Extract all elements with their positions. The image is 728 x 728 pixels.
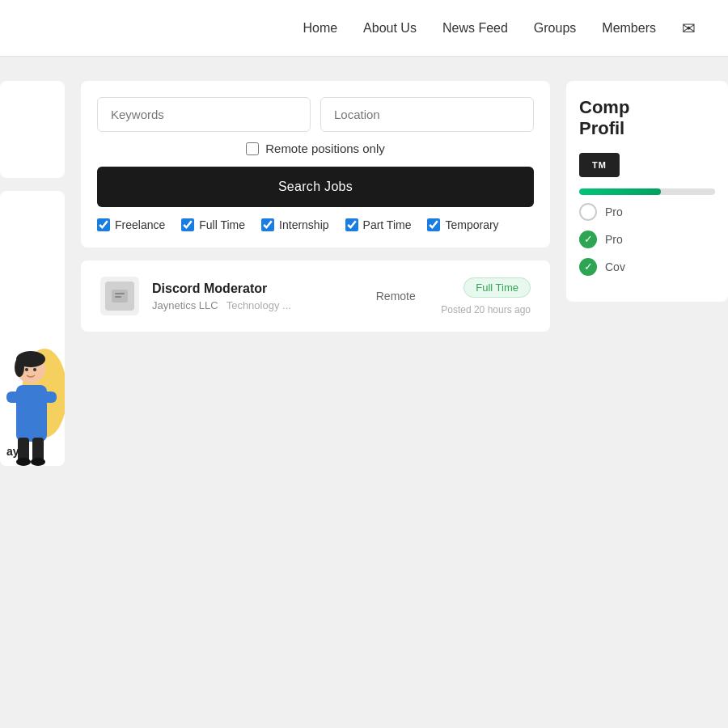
job-title: Discord Moderator <box>152 281 350 296</box>
search-jobs-button[interactable]: Search Jobs <box>97 167 534 207</box>
profile-item-label-1: Pro <box>605 233 623 246</box>
search-inputs-row <box>97 97 534 132</box>
job-logo-inner <box>105 281 134 311</box>
left-sidebar: ay! <box>0 81 65 704</box>
page-wrapper: ay! <box>0 57 728 728</box>
freelance-label: Freelance <box>115 218 165 231</box>
job-location: Remote <box>363 290 428 303</box>
svg-point-7 <box>25 368 28 371</box>
job-company-row: Jaynetics LLC Technology ... <box>152 299 350 311</box>
job-category: Technology ... <box>226 299 291 311</box>
parttime-label: Part Time <box>363 218 412 231</box>
temporary-checkbox[interactable] <box>427 218 440 231</box>
company-profile-title: Comp Profil <box>579 97 715 140</box>
fulltime-label: Full Time <box>199 218 245 231</box>
header: Home About Us News Feed Groups Members ✉ <box>0 0 728 57</box>
filter-internship[interactable]: Internship <box>261 218 328 231</box>
nav-newsfeed[interactable]: News Feed <box>442 21 508 36</box>
internship-checkbox[interactable] <box>261 218 274 231</box>
left-bottom-card: ay! <box>0 191 65 466</box>
main-content: Remote positions only Search Jobs Freela… <box>65 81 566 704</box>
job-logo <box>100 277 139 315</box>
profile-item-label-0: Pro <box>605 205 623 218</box>
filter-fulltime[interactable]: Full Time <box>181 218 245 231</box>
svg-rect-2 <box>6 392 23 403</box>
nav-groups[interactable]: Groups <box>534 21 576 36</box>
filter-parttime[interactable]: Part Time <box>345 218 412 231</box>
keywords-input[interactable] <box>97 97 311 132</box>
job-meta: Full Time Posted 20 hours ago <box>441 277 531 315</box>
internship-label: Internship <box>279 218 328 231</box>
job-company: Jaynetics LLC <box>152 299 218 311</box>
svg-point-11 <box>16 458 31 466</box>
profile-item-0: Pro <box>579 203 715 221</box>
left-top-card <box>0 81 65 178</box>
progress-bar-container <box>579 188 715 195</box>
job-info: Discord Moderator Jaynetics LLC Technolo… <box>152 281 350 311</box>
right-sidebar: Comp Profil TM Pro ✓ Pro <box>566 81 728 704</box>
profile-check-filled-2: ✓ <box>579 258 597 276</box>
filter-row: Freelance Full Time Internship Part Time… <box>97 218 534 231</box>
search-panel: Remote positions only Search Jobs Freela… <box>81 81 550 248</box>
remote-row: Remote positions only <box>97 142 534 155</box>
mail-icon[interactable]: ✉ <box>682 19 696 38</box>
fulltime-checkbox[interactable] <box>181 218 194 231</box>
person-illustration <box>0 288 65 466</box>
location-input[interactable] <box>320 97 534 132</box>
job-card-0[interactable]: Discord Moderator Jaynetics LLC Technolo… <box>81 260 550 332</box>
nav-members[interactable]: Members <box>602 21 656 36</box>
filter-freelance[interactable]: Freelance <box>97 218 165 231</box>
svg-point-8 <box>33 368 36 371</box>
company-logo: TM <box>579 153 620 177</box>
profile-check-empty-0 <box>579 203 597 221</box>
job-posted: Posted 20 hours ago <box>441 304 531 315</box>
remote-checkbox[interactable] <box>246 142 259 155</box>
svg-point-6 <box>15 358 24 377</box>
profile-item-label-2: Cov <box>605 260 625 273</box>
progress-bar-fill <box>579 188 661 195</box>
nav-about[interactable]: About Us <box>363 21 417 36</box>
progress-bar-track <box>579 188 715 195</box>
svg-rect-14 <box>115 293 125 294</box>
filter-temporary[interactable]: Temporary <box>427 218 498 231</box>
profile-item-1: ✓ Pro <box>579 231 715 248</box>
profile-check-filled-1: ✓ <box>579 231 597 248</box>
job-type-badge: Full Time <box>463 277 531 298</box>
nav-home[interactable]: Home <box>303 21 337 36</box>
svg-rect-15 <box>115 296 121 298</box>
remote-label: Remote positions only <box>265 142 385 155</box>
svg-rect-3 <box>40 392 57 403</box>
svg-point-12 <box>31 458 45 466</box>
freelance-checkbox[interactable] <box>97 218 110 231</box>
profile-item-2: ✓ Cov <box>579 258 715 276</box>
temporary-label: Temporary <box>445 218 498 231</box>
main-nav: Home About Us News Feed Groups Members ✉ <box>303 19 696 38</box>
right-card: Comp Profil TM Pro ✓ Pro <box>566 81 728 302</box>
parttime-checkbox[interactable] <box>345 218 358 231</box>
